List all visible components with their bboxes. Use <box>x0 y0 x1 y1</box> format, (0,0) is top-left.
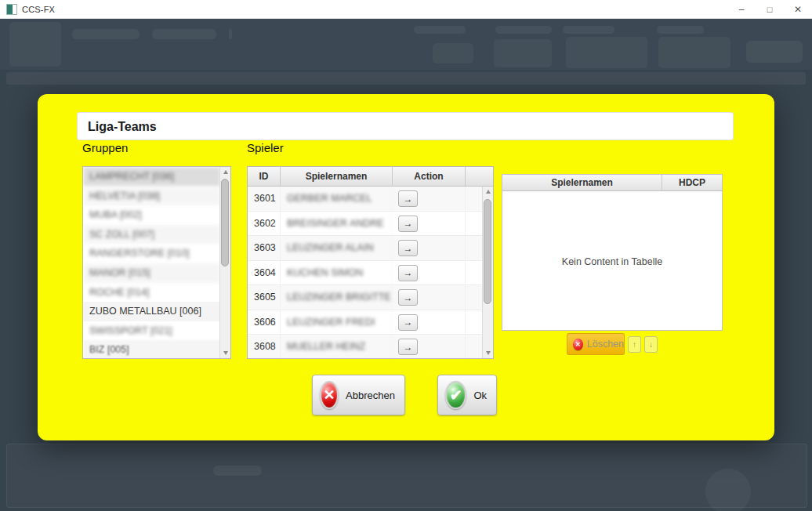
spieler-label: Spieler <box>247 141 284 154</box>
player-name: MUELLER HEINZ <box>281 335 393 359</box>
maximize-button[interactable]: □ <box>756 0 784 18</box>
ok-label: Ok <box>473 390 487 401</box>
scroll-up-icon[interactable] <box>220 167 230 177</box>
gruppen-scrollbar[interactable] <box>219 167 230 358</box>
player-id: 3605 <box>248 285 281 310</box>
team-table: Spielernamen HDCP Kein Content in Tabell… <box>502 174 723 331</box>
gruppen-list-item[interactable]: LAMPRECHT [036] <box>83 167 220 187</box>
scroll-up-icon[interactable] <box>483 187 493 197</box>
column-header-spielernamen[interactable]: Spielernamen <box>281 167 393 186</box>
dimmed-control <box>494 39 552 67</box>
spieler-scrollbar[interactable] <box>482 187 493 358</box>
gruppen-label: Gruppen <box>82 141 128 154</box>
empty-table-placeholder: Kein Content in Tabelle <box>502 256 722 267</box>
scrollbar-thumb[interactable] <box>484 199 491 304</box>
gruppen-list-item[interactable]: RANGERSTORE [010] <box>83 244 220 263</box>
dimmed-menu-item <box>72 29 140 39</box>
dimmed-bottom-panel <box>6 444 807 508</box>
player-id: 3603 <box>248 236 281 260</box>
move-right-button[interactable]: → <box>398 339 418 355</box>
column-header-action[interactable]: Action <box>393 167 466 186</box>
window-titlebar: CCS-FX – □ ✕ <box>0 0 812 19</box>
dimmed-label <box>495 26 552 34</box>
move-right-button[interactable]: → <box>398 216 418 232</box>
ok-button[interactable]: ✔ Ok <box>437 375 497 415</box>
column-header-hdcp[interactable]: HDCP <box>662 175 722 190</box>
abbrechen-button[interactable]: ✕ Abbrechen <box>312 375 405 415</box>
player-id: 3608 <box>248 335 281 359</box>
player-name: LEUZINGER BRIGITTE <box>281 285 393 310</box>
player-name: KUCHEN SIMON <box>281 261 393 285</box>
dimmed-label <box>563 26 614 34</box>
table-row[interactable]: 3608 MUELLER HEINZ → <box>248 335 493 359</box>
player-name: LEUZINGER FREDI <box>281 310 393 335</box>
dimmed-control <box>566 37 647 68</box>
loeschen-button[interactable]: ✕ Löschen <box>567 333 625 355</box>
dimmed-control <box>746 41 803 63</box>
table-row[interactable]: 3602 BREISINGER ANDRE → <box>248 212 493 237</box>
gruppen-list-item[interactable]: SWISSPORT [021] <box>83 321 220 341</box>
dimmed-control <box>658 37 730 68</box>
table-row[interactable]: 3605 LEUZINGER BRIGITTE → <box>248 285 493 310</box>
move-up-button[interactable]: ↑ <box>628 336 641 353</box>
app-icon <box>6 4 17 15</box>
cancel-x-icon: ✕ <box>320 381 339 409</box>
scroll-down-icon[interactable] <box>220 348 230 358</box>
move-right-button[interactable]: → <box>398 240 418 256</box>
close-button[interactable]: ✕ <box>784 0 812 18</box>
delete-x-icon: ✕ <box>573 339 583 350</box>
player-id: 3601 <box>248 187 281 211</box>
liga-teams-dialog: Liga-Teams Gruppen Spieler LAMPRECHT [03… <box>38 94 774 440</box>
player-name: GERBER MARCEL <box>281 187 393 211</box>
dimmed-text <box>213 466 262 476</box>
column-header-id[interactable]: ID <box>248 167 281 186</box>
dimmed-logo-watermark <box>705 469 751 511</box>
table-row[interactable]: 3604 KUCHEN SIMON → <box>248 261 493 286</box>
player-id: 3602 <box>248 212 281 236</box>
move-down-button[interactable]: ↓ <box>644 336 658 353</box>
gruppen-list-item[interactable]: SC ZOLL [007] <box>83 225 220 245</box>
player-id: 3604 <box>248 261 281 285</box>
gruppen-list-item[interactable]: MANOR [015] <box>83 263 220 283</box>
column-header-spielernamen[interactable]: Spielernamen <box>502 175 662 190</box>
minimize-button[interactable]: – <box>727 0 756 18</box>
player-name: LEUZINGER ALAIN <box>281 236 393 260</box>
dimmed-menu-item <box>152 29 216 39</box>
loeschen-label: Löschen <box>587 339 624 350</box>
table-row[interactable]: 3601 GERBER MARCEL → <box>248 187 493 212</box>
dimmed-toolbar <box>6 72 806 85</box>
window-title: CCS-FX <box>22 5 55 14</box>
move-right-button[interactable]: → <box>398 289 418 306</box>
gruppen-list[interactable]: LAMPRECHT [036] HELVETIA [038] MUBA [002… <box>82 166 231 359</box>
player-id: 3606 <box>248 310 281 335</box>
spieler-table-header: ID Spielernamen Action <box>248 167 493 187</box>
dimmed-control <box>433 43 473 63</box>
abbrechen-label: Abbrechen <box>346 390 395 401</box>
table-row[interactable]: 3603 LEUZINGER ALAIN → <box>248 236 493 261</box>
move-right-button[interactable]: → <box>398 265 418 281</box>
gruppen-list-item[interactable]: ZUBO METALLBAU [006] <box>83 302 220 321</box>
dialog-title-field[interactable]: Liga-Teams <box>77 112 734 140</box>
spieler-table: ID Spielernamen Action 3601 GERBER MARCE… <box>247 166 494 359</box>
scroll-down-icon[interactable] <box>483 348 493 358</box>
dimmed-label <box>657 26 704 34</box>
gruppen-list-item[interactable]: BIZ [005] <box>83 340 220 359</box>
move-right-button[interactable]: → <box>398 314 418 331</box>
move-right-button[interactable]: → <box>398 190 418 207</box>
gruppen-list-item[interactable]: MUBA [002] <box>83 205 220 225</box>
dimmed-label <box>414 26 466 34</box>
team-table-header: Spielernamen HDCP <box>502 175 722 191</box>
player-name: BREISINGER ANDRE <box>281 212 393 236</box>
dimmed-divider <box>229 29 232 39</box>
table-row[interactable]: 3606 LEUZINGER FREDI → <box>248 310 493 335</box>
app-logo-dimmed <box>9 22 61 67</box>
column-header-extra <box>466 167 483 186</box>
gruppen-list-item[interactable]: HELVETIA [038] <box>83 187 220 206</box>
scrollbar-thumb[interactable] <box>221 179 229 266</box>
gruppen-list-item[interactable]: ROCHE [014] <box>83 283 220 303</box>
ok-check-icon: ✔ <box>445 381 466 409</box>
